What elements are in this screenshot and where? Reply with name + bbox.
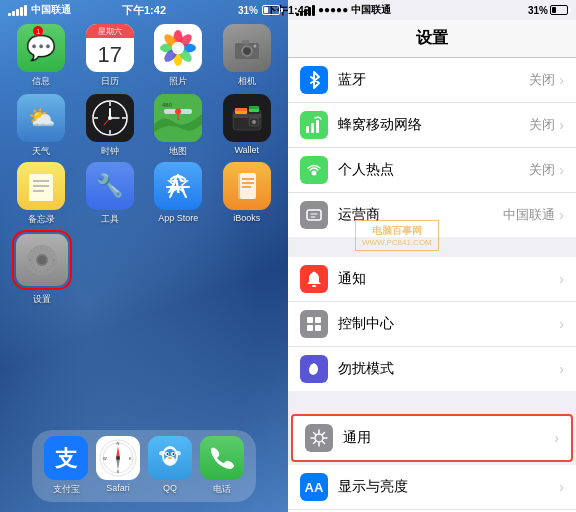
- control-icon: [300, 310, 328, 338]
- dock-qq[interactable]: QQ: [148, 436, 192, 496]
- calendar-weekday: 星期六: [86, 24, 134, 38]
- app-clock[interactable]: 时钟: [81, 94, 140, 158]
- svg-rect-81: [307, 325, 313, 331]
- app-memo[interactable]: 备忘录: [12, 162, 71, 226]
- app-tools[interactable]: 🔧 工具: [81, 162, 140, 226]
- app-calendar[interactable]: 星期六 17 日历: [81, 24, 140, 88]
- settings-row-display[interactable]: AA 显示与亮度 ›: [288, 465, 576, 510]
- alipay-label: 支付宝: [53, 483, 80, 496]
- notifications-label: 通知: [338, 270, 559, 288]
- weather-icon: ⛅: [17, 94, 65, 142]
- battery-percent-left: 31%: [238, 5, 258, 16]
- settings-icon: [16, 234, 68, 286]
- settings-row-dnd[interactable]: 勿扰模式 ›: [288, 347, 576, 391]
- tools-icon: 🔧: [86, 162, 134, 210]
- battery-right: 31%: [528, 5, 568, 16]
- svg-point-8: [172, 42, 185, 55]
- divider1: [288, 237, 576, 257]
- time-left: 下午1:42: [122, 3, 166, 18]
- svg-point-31: [252, 120, 256, 124]
- maps-label: 地图: [169, 145, 187, 158]
- cellular-value: 关闭: [529, 116, 555, 134]
- app-grid-row2: ⛅ 天气: [0, 92, 288, 160]
- svg-text:W: W: [103, 456, 107, 461]
- svg-rect-35: [249, 106, 259, 109]
- maps-icon: 480: [154, 94, 202, 142]
- svg-rect-76: [307, 210, 321, 220]
- dock-safari[interactable]: N S W E Safari: [96, 436, 140, 496]
- general-label: 通用: [343, 429, 554, 447]
- battery-icon-left: [262, 5, 280, 15]
- svg-rect-13: [242, 40, 249, 44]
- hotspot-label: 个人热点: [338, 161, 529, 179]
- app-photos[interactable]: 照片: [149, 24, 208, 88]
- svg-point-68: [173, 453, 175, 455]
- wallet-icon: [223, 94, 271, 142]
- settings-highlight-border: [12, 230, 72, 290]
- app-appstore[interactable]: A App Store: [149, 162, 208, 226]
- svg-point-75: [312, 171, 317, 176]
- hotspot-icon: [300, 156, 328, 184]
- messages-icon: 💬 1: [17, 24, 65, 72]
- svg-text:S: S: [117, 469, 120, 474]
- dock: 支 支付宝: [0, 430, 288, 502]
- safari-label: Safari: [106, 483, 130, 493]
- dock-alipay[interactable]: 支 支付宝: [44, 436, 88, 496]
- photos-label: 照片: [169, 75, 187, 88]
- settings-row-cellular[interactable]: 蜂窝移动网络 关闭 ›: [288, 103, 576, 148]
- svg-point-14: [253, 45, 256, 48]
- app-maps[interactable]: 480 地图: [149, 94, 208, 158]
- app-grid-row1: 💬 1 信息 星期六 17 日历: [0, 20, 288, 92]
- control-chevron: ›: [559, 316, 564, 332]
- svg-text:支: 支: [54, 446, 78, 471]
- clock-label: 时钟: [101, 145, 119, 158]
- settings-row-bluetooth[interactable]: 蓝牙 关闭 ›: [288, 58, 576, 103]
- svg-point-57: [116, 456, 120, 460]
- phone-label: 电话: [213, 483, 231, 496]
- svg-point-83: [315, 434, 323, 442]
- app-camera[interactable]: 相机: [218, 24, 277, 88]
- svg-point-52: [38, 256, 46, 264]
- hotspot-chevron: ›: [559, 162, 564, 178]
- svg-point-69: [168, 457, 172, 459]
- camera-label: 相机: [238, 75, 256, 88]
- settings-row-hotspot[interactable]: 个人热点 关闭 ›: [288, 148, 576, 193]
- bluetooth-icon: [300, 66, 328, 94]
- calendar-icon: 星期六 17: [86, 24, 134, 72]
- app-ibooks[interactable]: iBooks: [218, 162, 277, 226]
- dock-phone[interactable]: 电话: [200, 436, 244, 496]
- dock-bg: 支 支付宝: [32, 430, 256, 502]
- app-wallet[interactable]: Wallet: [218, 94, 277, 158]
- settings-row-control[interactable]: 控制中心 ›: [288, 302, 576, 347]
- settings-list: 蓝牙 关闭 › 蜂窝移动网络 关闭 ›: [288, 58, 576, 512]
- camera-icon: [223, 24, 271, 72]
- dnd-chevron: ›: [559, 361, 564, 377]
- app-weather[interactable]: ⛅ 天气: [12, 94, 71, 158]
- settings-row-notifications[interactable]: 通知 ›: [288, 257, 576, 302]
- battery-left: 31%: [238, 5, 280, 16]
- app-grid-row3: 备忘录 🔧 工具 A App Store: [0, 160, 288, 228]
- right-screen: ●●●●● 中国联通 下午1:42 31% 设置 蓝牙 关闭: [288, 0, 576, 512]
- messages-label: 信息: [32, 75, 50, 88]
- control-label: 控制中心: [338, 315, 559, 333]
- clock-icon: [86, 94, 134, 142]
- memo-label: 备忘录: [28, 213, 55, 226]
- calendar-label: 日历: [101, 75, 119, 88]
- phone-icon: [200, 436, 244, 480]
- app-settings-highlighted[interactable]: 设置: [12, 230, 72, 306]
- signal-icon: [8, 5, 27, 16]
- svg-rect-29: [233, 114, 261, 118]
- settings-row-general[interactable]: 通用 ›: [291, 414, 573, 462]
- carrier-name-right: ●●●●● 中国联通: [318, 3, 391, 17]
- cellular-label: 蜂窝移动网络: [338, 116, 529, 134]
- svg-text:E: E: [129, 456, 132, 461]
- app-messages[interactable]: 💬 1 信息: [12, 24, 71, 88]
- svg-point-78: [313, 272, 316, 275]
- photos-icon: [154, 24, 202, 72]
- svg-rect-33: [235, 108, 247, 111]
- settings-row-carrier[interactable]: 运营商 中国联通 ›: [288, 193, 576, 237]
- status-bar-right: ●●●●● 中国联通 下午1:42 31%: [288, 0, 576, 20]
- carrier-settings-icon: [300, 201, 328, 229]
- settings-section-bottom: 通用 › AA 显示与亮度 ›: [288, 414, 576, 512]
- divider2: [288, 391, 576, 411]
